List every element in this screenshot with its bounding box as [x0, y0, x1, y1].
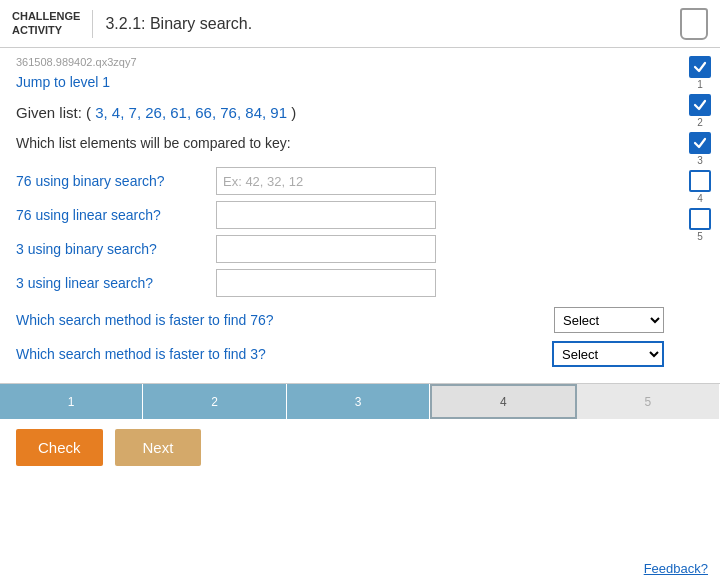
given-list-prefix: Given list: ( — [16, 104, 95, 121]
select-label-1: Which search method is faster to find 3? — [16, 346, 552, 362]
progress-seg-4[interactable]: 4 — [430, 384, 576, 419]
progress-bar: 1 2 3 4 5 — [0, 383, 720, 419]
sidebar-num-5: 5 — [697, 231, 703, 242]
sidebar-check-1[interactable] — [689, 56, 711, 78]
sidebar-item-4[interactable]: 4 — [689, 170, 711, 204]
progress-seg-3[interactable]: 3 — [287, 384, 430, 419]
select-label-0: Which search method is faster to find 76… — [16, 312, 554, 328]
input-field-1[interactable] — [216, 201, 436, 229]
check-button[interactable]: Check — [16, 429, 103, 466]
select-row-0: Which search method is faster to find 76… — [16, 307, 664, 333]
sidebar: 1 2 3 4 5 — [680, 48, 720, 250]
input-row-2: 3 using binary search? — [16, 235, 664, 263]
sidebar-num-1: 1 — [697, 79, 703, 90]
select-row-1: Which search method is faster to find 3?… — [16, 341, 664, 367]
progress-seg-1[interactable]: 1 — [0, 384, 143, 419]
input-row-3: 3 using linear search? — [16, 269, 664, 297]
given-list-suffix: ) — [287, 104, 296, 121]
session-id: 361508.989402.qx3zqy7 — [16, 56, 664, 68]
select-dropdown-1[interactable]: Select Binary search Linear search Same … — [552, 341, 664, 367]
progress-label-2: 2 — [211, 395, 218, 409]
buttons-row: Check Next — [0, 419, 720, 476]
sidebar-item-1[interactable]: 1 — [689, 56, 711, 90]
progress-label-5: 5 — [644, 395, 651, 409]
input-label-2: 3 using binary search? — [16, 241, 216, 257]
sidebar-num-3: 3 — [697, 155, 703, 166]
sidebar-check-5[interactable] — [689, 208, 711, 230]
header-divider — [92, 10, 93, 38]
progress-label-3: 3 — [355, 395, 362, 409]
input-field-3[interactable] — [216, 269, 436, 297]
jump-to-level-link[interactable]: Jump to level 1 — [16, 74, 110, 90]
sidebar-item-3[interactable]: 3 — [689, 132, 711, 166]
sidebar-check-2[interactable] — [689, 94, 711, 116]
progress-label-1: 1 — [68, 395, 75, 409]
page-title: 3.2.1: Binary search. — [105, 15, 680, 33]
sidebar-num-2: 2 — [697, 117, 703, 128]
sidebar-num-4: 4 — [697, 193, 703, 204]
select-section: Which search method is faster to find 76… — [16, 307, 664, 367]
sidebar-item-5[interactable]: 5 — [689, 208, 711, 242]
sidebar-check-3[interactable] — [689, 132, 711, 154]
select-dropdown-0[interactable]: Select Binary search Linear search Same … — [554, 307, 664, 333]
sidebar-check-4[interactable] — [689, 170, 711, 192]
header: CHALLENGE ACTIVITY 3.2.1: Binary search. — [0, 0, 720, 48]
input-row-1: 76 using linear search? — [16, 201, 664, 229]
input-field-2[interactable] — [216, 235, 436, 263]
input-field-0[interactable] — [216, 167, 436, 195]
input-section: 76 using binary search? 76 using linear … — [16, 167, 664, 297]
input-row-0: 76 using binary search? — [16, 167, 664, 195]
sidebar-item-2[interactable]: 2 — [689, 94, 711, 128]
given-list-numbers: 3, 4, 7, 26, 61, 66, 76, 84, 91 — [95, 104, 287, 121]
next-button[interactable]: Next — [115, 429, 202, 466]
input-label-0: 76 using binary search? — [16, 173, 216, 189]
bookmark-badge — [680, 8, 708, 40]
input-label-3: 3 using linear search? — [16, 275, 216, 291]
given-list: Given list: ( 3, 4, 7, 26, 61, 66, 76, 8… — [16, 104, 664, 121]
challenge-activity-label: CHALLENGE ACTIVITY — [12, 10, 80, 36]
question-header: Which list elements will be compared to … — [16, 135, 664, 151]
feedback-link[interactable]: Feedback? — [644, 561, 708, 576]
main-content: 361508.989402.qx3zqy7 Jump to level 1 Gi… — [0, 48, 680, 367]
input-label-1: 76 using linear search? — [16, 207, 216, 223]
progress-seg-5[interactable]: 5 — [577, 384, 720, 419]
progress-seg-2[interactable]: 2 — [143, 384, 286, 419]
progress-label-4: 4 — [500, 395, 507, 409]
